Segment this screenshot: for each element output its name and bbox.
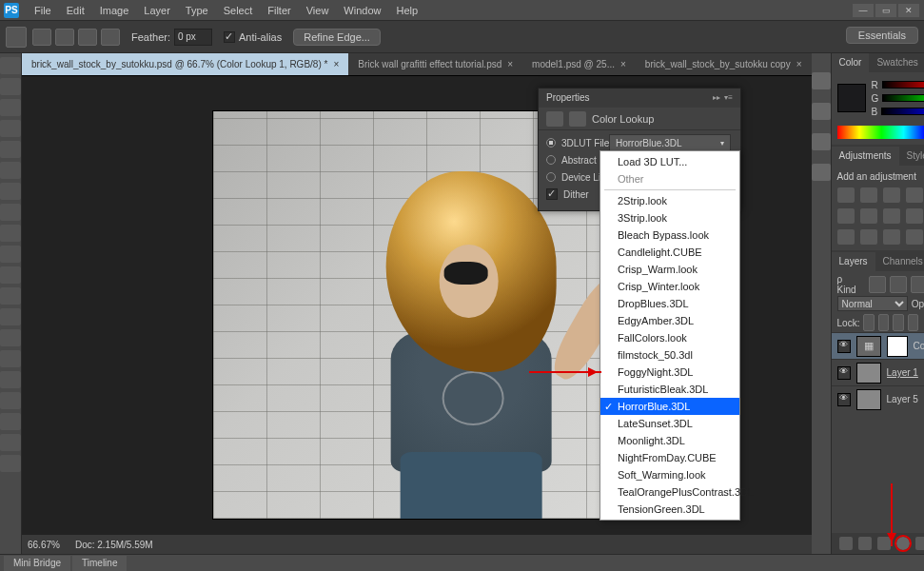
menu-file[interactable]: File [27,0,59,21]
paragraph-panel-icon[interactable] [812,164,831,181]
lut-dropdown[interactable]: Load 3D LUT...Other2Strip.look3Strip.loo… [600,150,740,521]
adj-brightness-icon[interactable] [837,187,855,203]
dropdown-item[interactable]: TealOrangePlusContrast.3DL [600,483,739,501]
dropdown-item[interactable]: NightFromDay.CUBE [600,449,739,466]
timeline-tab[interactable]: Timeline [72,556,127,571]
dropdown-item[interactable]: Soft_Warming.look [600,466,739,483]
lock-all-icon[interactable] [908,314,918,331]
dropdown-item[interactable]: 3Strip.look [600,209,739,226]
tool-zoom[interactable] [0,455,21,472]
window-close[interactable]: ✕ [898,4,919,17]
tool-shape[interactable] [0,413,21,430]
menu-edit[interactable]: Edit [59,0,92,21]
blend-mode-select[interactable]: Normal [837,296,908,311]
color-tab[interactable]: Color [832,53,870,72]
menu-layer[interactable]: Layer [136,0,178,21]
adj-curves-icon[interactable] [883,187,900,203]
lock-transparent-icon[interactable] [863,314,874,331]
tool-eyedropper[interactable] [0,162,21,179]
radio-icon[interactable] [546,155,556,165]
dropdown-item[interactable]: FoggyNight.3DL [600,364,739,381]
layer-name[interactable]: Layer 1 [887,367,924,378]
layer-name[interactable]: Layer 5 [887,394,924,404]
new-adjustment-layer-icon[interactable] [896,537,910,550]
menu-window[interactable]: Window [336,0,388,21]
panel-collapse-icon[interactable]: ▸▸ [713,89,720,108]
r-slider[interactable] [882,81,924,89]
close-icon[interactable]: × [796,53,802,76]
tool-clone[interactable] [0,225,21,242]
adj-selectivecolor-icon[interactable] [906,229,923,245]
dither-checkbox[interactable] [546,188,558,200]
dropdown-item[interactable]: Crisp_Winter.look [600,278,739,295]
selection-intersect-icon[interactable] [101,29,120,46]
dropdown-item[interactable]: HorrorBlue.3DL [600,398,739,415]
lut-file-select[interactable]: HorrorBlue.3DL [609,134,731,151]
filter-pixel-icon[interactable] [869,276,886,293]
window-minimize[interactable]: — [853,4,874,17]
document-tab[interactable]: brick_wall_stock_by_sutokku copy× [636,53,812,75]
visibility-toggle[interactable] [837,340,851,353]
dropdown-item[interactable]: Load 3D LUT... [600,153,739,170]
menu-help[interactable]: Help [388,0,425,21]
foreground-swatch[interactable] [837,84,866,112]
adj-colorbalance-icon[interactable] [837,208,855,224]
layer-row[interactable]: ▦Color Loo... [832,332,924,359]
adj-posterize-icon[interactable] [837,229,855,245]
tool-pen[interactable] [0,350,21,367]
dropdown-item[interactable]: LateSunset.3DL [600,415,739,432]
adj-gradientmap-icon[interactable] [883,229,900,245]
adj-photofilter-icon[interactable] [883,208,900,224]
lock-position-icon[interactable] [893,314,903,331]
adj-bw-icon[interactable] [860,208,877,224]
window-restore[interactable]: ▭ [875,4,896,17]
filter-type-icon[interactable] [911,276,924,293]
close-icon[interactable]: × [620,53,626,76]
antialias-checkbox[interactable] [224,31,235,43]
layer-row[interactable]: Layer 5 [832,385,924,412]
refine-edge-button[interactable]: Refine Edge... [293,29,381,46]
dropdown-item[interactable]: EdgyAmber.3DL [600,312,739,329]
dropdown-item[interactable]: FuturisticBleak.3DL [600,381,739,398]
character-panel-icon[interactable] [812,133,831,150]
b-slider[interactable] [881,108,924,115]
tool-move[interactable] [0,57,21,74]
dropdown-item[interactable]: Bleach Bypass.look [600,226,739,244]
adjustments-tab[interactable]: Adjustments [832,147,899,166]
close-icon[interactable]: × [333,53,339,76]
channels-tab[interactable]: Channels [875,252,924,271]
layer-name[interactable]: Color Loo... [914,341,924,351]
tool-gradient[interactable] [0,287,21,305]
dropdown-item[interactable]: Other [600,170,739,187]
close-icon[interactable]: × [507,53,513,76]
tool-brush[interactable] [0,204,21,221]
dropdown-item[interactable]: Crisp_Warm.look [600,261,739,278]
tool-hand[interactable] [0,434,21,451]
tool-wand[interactable] [0,120,21,137]
tool-marquee[interactable] [0,78,21,95]
dropdown-item[interactable]: Moonlight.3DL [600,432,739,449]
g-slider[interactable] [882,94,924,102]
dropdown-item[interactable]: FallColors.look [600,329,739,346]
tool-lasso[interactable] [0,99,21,116]
selection-new-icon[interactable] [32,29,51,46]
radio-icon[interactable] [546,172,556,182]
link-layers-icon[interactable] [839,537,853,550]
document-tab[interactable]: model1.psd @ 25...× [522,53,636,75]
dropdown-item[interactable]: DropBlues.3DL [600,295,739,312]
styles-tab[interactable]: Styles [899,147,924,166]
document-tab[interactable]: Brick wall grafitti effect tutorial.psd× [348,53,522,75]
zoom-level[interactable]: 66.67% [28,540,60,550]
dropdown-item[interactable]: filmstock_50.3dl [600,346,739,364]
layer-row[interactable]: Layer 1 [832,359,924,385]
adj-levels-icon[interactable] [860,187,877,203]
adj-channelmixer-icon[interactable] [906,208,923,224]
active-tool-icon[interactable] [6,27,27,48]
dropdown-item[interactable]: Candlelight.CUBE [600,244,739,261]
new-group-icon[interactable] [915,537,924,550]
menu-filter[interactable]: Filter [260,0,298,21]
history-panel-icon[interactable] [812,72,831,89]
adj-threshold-icon[interactable] [860,229,877,245]
selection-subtract-icon[interactable] [78,29,97,46]
dropdown-item[interactable]: 2Strip.look [600,192,739,209]
